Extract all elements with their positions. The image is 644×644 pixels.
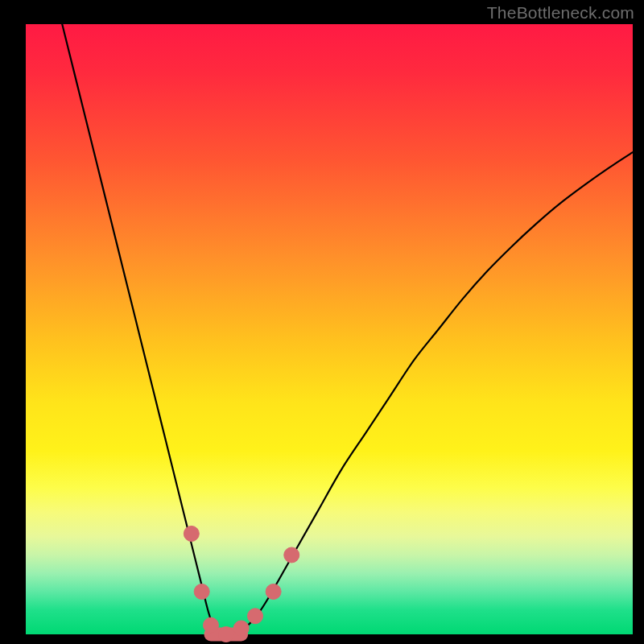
data-point	[284, 547, 299, 563]
chart-frame: TheBottleneck.com	[0, 0, 644, 644]
data-point	[233, 621, 249, 636]
chart-svg	[0, 0, 644, 644]
data-point	[184, 526, 199, 541]
data-point	[266, 584, 281, 599]
data-point	[203, 617, 218, 633]
data-point	[194, 584, 209, 599]
data-point	[218, 627, 233, 642]
bottleneck-curve	[62, 24, 633, 635]
data-point	[248, 609, 263, 624]
